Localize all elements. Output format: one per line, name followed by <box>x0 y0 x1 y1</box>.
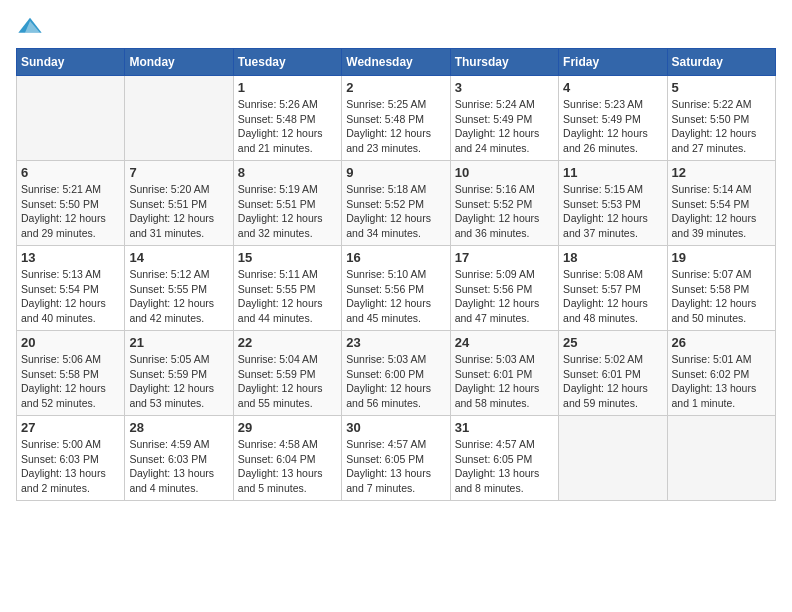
day-info: Sunrise: 5:06 AM Sunset: 5:58 PM Dayligh… <box>21 352 120 411</box>
calendar-table: SundayMondayTuesdayWednesdayThursdayFrid… <box>16 48 776 501</box>
day-info: Sunrise: 5:25 AM Sunset: 5:48 PM Dayligh… <box>346 97 445 156</box>
day-number: 22 <box>238 335 337 350</box>
day-number: 15 <box>238 250 337 265</box>
day-info: Sunrise: 5:01 AM Sunset: 6:02 PM Dayligh… <box>672 352 771 411</box>
weekday-header-thursday: Thursday <box>450 49 558 76</box>
day-number: 9 <box>346 165 445 180</box>
calendar-week-2: 13Sunrise: 5:13 AM Sunset: 5:54 PM Dayli… <box>17 246 776 331</box>
day-info: Sunrise: 4:57 AM Sunset: 6:05 PM Dayligh… <box>346 437 445 496</box>
day-number: 2 <box>346 80 445 95</box>
calendar-header-row: SundayMondayTuesdayWednesdayThursdayFrid… <box>17 49 776 76</box>
calendar-cell: 28Sunrise: 4:59 AM Sunset: 6:03 PM Dayli… <box>125 416 233 501</box>
calendar-cell: 16Sunrise: 5:10 AM Sunset: 5:56 PM Dayli… <box>342 246 450 331</box>
calendar-cell <box>125 76 233 161</box>
day-info: Sunrise: 5:16 AM Sunset: 5:52 PM Dayligh… <box>455 182 554 241</box>
calendar-cell: 30Sunrise: 4:57 AM Sunset: 6:05 PM Dayli… <box>342 416 450 501</box>
weekday-header-friday: Friday <box>559 49 667 76</box>
calendar-cell: 21Sunrise: 5:05 AM Sunset: 5:59 PM Dayli… <box>125 331 233 416</box>
calendar-cell <box>667 416 775 501</box>
day-number: 14 <box>129 250 228 265</box>
calendar-cell: 23Sunrise: 5:03 AM Sunset: 6:00 PM Dayli… <box>342 331 450 416</box>
calendar-cell: 18Sunrise: 5:08 AM Sunset: 5:57 PM Dayli… <box>559 246 667 331</box>
day-number: 4 <box>563 80 662 95</box>
calendar-cell: 3Sunrise: 5:24 AM Sunset: 5:49 PM Daylig… <box>450 76 558 161</box>
day-info: Sunrise: 4:59 AM Sunset: 6:03 PM Dayligh… <box>129 437 228 496</box>
weekday-header-monday: Monday <box>125 49 233 76</box>
day-number: 12 <box>672 165 771 180</box>
calendar-cell: 7Sunrise: 5:20 AM Sunset: 5:51 PM Daylig… <box>125 161 233 246</box>
day-number: 30 <box>346 420 445 435</box>
day-number: 19 <box>672 250 771 265</box>
calendar-cell: 31Sunrise: 4:57 AM Sunset: 6:05 PM Dayli… <box>450 416 558 501</box>
logo <box>16 16 48 36</box>
calendar-cell: 17Sunrise: 5:09 AM Sunset: 5:56 PM Dayli… <box>450 246 558 331</box>
day-number: 21 <box>129 335 228 350</box>
day-number: 26 <box>672 335 771 350</box>
day-number: 5 <box>672 80 771 95</box>
day-number: 28 <box>129 420 228 435</box>
day-info: Sunrise: 5:13 AM Sunset: 5:54 PM Dayligh… <box>21 267 120 326</box>
day-number: 18 <box>563 250 662 265</box>
calendar-cell: 6Sunrise: 5:21 AM Sunset: 5:50 PM Daylig… <box>17 161 125 246</box>
day-info: Sunrise: 5:02 AM Sunset: 6:01 PM Dayligh… <box>563 352 662 411</box>
day-info: Sunrise: 5:19 AM Sunset: 5:51 PM Dayligh… <box>238 182 337 241</box>
calendar-cell: 9Sunrise: 5:18 AM Sunset: 5:52 PM Daylig… <box>342 161 450 246</box>
day-number: 7 <box>129 165 228 180</box>
day-number: 31 <box>455 420 554 435</box>
calendar-cell: 8Sunrise: 5:19 AM Sunset: 5:51 PM Daylig… <box>233 161 341 246</box>
calendar-cell: 10Sunrise: 5:16 AM Sunset: 5:52 PM Dayli… <box>450 161 558 246</box>
day-number: 23 <box>346 335 445 350</box>
calendar-cell: 24Sunrise: 5:03 AM Sunset: 6:01 PM Dayli… <box>450 331 558 416</box>
day-info: Sunrise: 5:11 AM Sunset: 5:55 PM Dayligh… <box>238 267 337 326</box>
calendar-cell: 15Sunrise: 5:11 AM Sunset: 5:55 PM Dayli… <box>233 246 341 331</box>
day-number: 8 <box>238 165 337 180</box>
day-info: Sunrise: 5:09 AM Sunset: 5:56 PM Dayligh… <box>455 267 554 326</box>
day-info: Sunrise: 5:24 AM Sunset: 5:49 PM Dayligh… <box>455 97 554 156</box>
weekday-header-wednesday: Wednesday <box>342 49 450 76</box>
day-number: 17 <box>455 250 554 265</box>
day-info: Sunrise: 4:57 AM Sunset: 6:05 PM Dayligh… <box>455 437 554 496</box>
day-info: Sunrise: 5:03 AM Sunset: 6:01 PM Dayligh… <box>455 352 554 411</box>
day-info: Sunrise: 5:12 AM Sunset: 5:55 PM Dayligh… <box>129 267 228 326</box>
day-info: Sunrise: 5:14 AM Sunset: 5:54 PM Dayligh… <box>672 182 771 241</box>
day-number: 27 <box>21 420 120 435</box>
day-info: Sunrise: 5:20 AM Sunset: 5:51 PM Dayligh… <box>129 182 228 241</box>
weekday-header-sunday: Sunday <box>17 49 125 76</box>
calendar-cell: 26Sunrise: 5:01 AM Sunset: 6:02 PM Dayli… <box>667 331 775 416</box>
day-number: 11 <box>563 165 662 180</box>
calendar-week-3: 20Sunrise: 5:06 AM Sunset: 5:58 PM Dayli… <box>17 331 776 416</box>
calendar-cell: 25Sunrise: 5:02 AM Sunset: 6:01 PM Dayli… <box>559 331 667 416</box>
calendar-cell: 19Sunrise: 5:07 AM Sunset: 5:58 PM Dayli… <box>667 246 775 331</box>
calendar-cell: 12Sunrise: 5:14 AM Sunset: 5:54 PM Dayli… <box>667 161 775 246</box>
calendar-cell: 1Sunrise: 5:26 AM Sunset: 5:48 PM Daylig… <box>233 76 341 161</box>
calendar-week-4: 27Sunrise: 5:00 AM Sunset: 6:03 PM Dayli… <box>17 416 776 501</box>
calendar-cell: 2Sunrise: 5:25 AM Sunset: 5:48 PM Daylig… <box>342 76 450 161</box>
day-info: Sunrise: 5:03 AM Sunset: 6:00 PM Dayligh… <box>346 352 445 411</box>
day-info: Sunrise: 5:23 AM Sunset: 5:49 PM Dayligh… <box>563 97 662 156</box>
calendar-cell: 22Sunrise: 5:04 AM Sunset: 5:59 PM Dayli… <box>233 331 341 416</box>
weekday-header-tuesday: Tuesday <box>233 49 341 76</box>
calendar-cell: 14Sunrise: 5:12 AM Sunset: 5:55 PM Dayli… <box>125 246 233 331</box>
calendar-cell: 29Sunrise: 4:58 AM Sunset: 6:04 PM Dayli… <box>233 416 341 501</box>
day-info: Sunrise: 5:22 AM Sunset: 5:50 PM Dayligh… <box>672 97 771 156</box>
calendar-cell: 13Sunrise: 5:13 AM Sunset: 5:54 PM Dayli… <box>17 246 125 331</box>
day-info: Sunrise: 5:21 AM Sunset: 5:50 PM Dayligh… <box>21 182 120 241</box>
day-info: Sunrise: 5:04 AM Sunset: 5:59 PM Dayligh… <box>238 352 337 411</box>
weekday-header-saturday: Saturday <box>667 49 775 76</box>
day-number: 29 <box>238 420 337 435</box>
calendar-cell: 5Sunrise: 5:22 AM Sunset: 5:50 PM Daylig… <box>667 76 775 161</box>
day-number: 10 <box>455 165 554 180</box>
calendar-cell: 4Sunrise: 5:23 AM Sunset: 5:49 PM Daylig… <box>559 76 667 161</box>
day-info: Sunrise: 5:10 AM Sunset: 5:56 PM Dayligh… <box>346 267 445 326</box>
day-info: Sunrise: 5:00 AM Sunset: 6:03 PM Dayligh… <box>21 437 120 496</box>
day-number: 1 <box>238 80 337 95</box>
day-number: 24 <box>455 335 554 350</box>
calendar-week-0: 1Sunrise: 5:26 AM Sunset: 5:48 PM Daylig… <box>17 76 776 161</box>
page-header <box>16 16 776 36</box>
day-number: 25 <box>563 335 662 350</box>
day-info: Sunrise: 5:18 AM Sunset: 5:52 PM Dayligh… <box>346 182 445 241</box>
calendar-cell: 11Sunrise: 5:15 AM Sunset: 5:53 PM Dayli… <box>559 161 667 246</box>
day-number: 6 <box>21 165 120 180</box>
calendar-cell <box>559 416 667 501</box>
calendar-cell: 20Sunrise: 5:06 AM Sunset: 5:58 PM Dayli… <box>17 331 125 416</box>
